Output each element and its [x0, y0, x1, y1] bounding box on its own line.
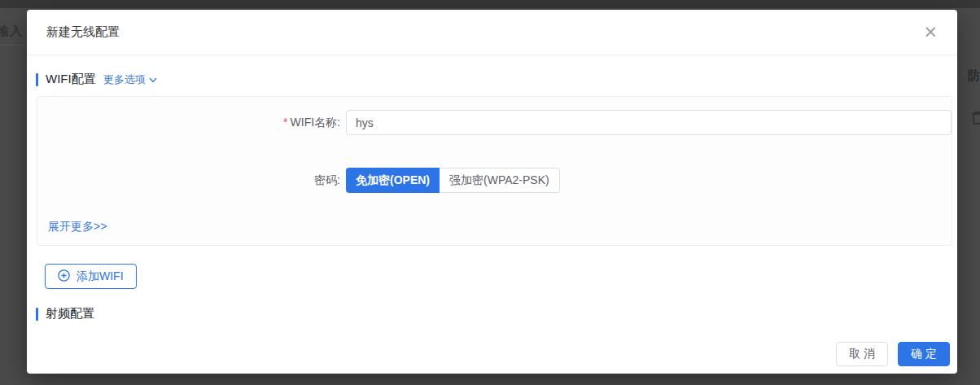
chevron-down-icon [149, 73, 157, 85]
more-options-link[interactable]: 更多选项 [103, 72, 157, 87]
expand-more-link[interactable]: 展开更多>> [48, 220, 107, 234]
wifi-config-section-header: WIFI配置 更多选项 [36, 72, 952, 87]
password-mode-toggle: 免加密(OPEN) 强加密(WPA2-PSK) [346, 168, 560, 193]
wifi-config-panel: *WIFI名称: 密码: 免加密(OPEN) 强加密(WPA2-PSK) 展开更… [37, 96, 952, 246]
password-option-open[interactable]: 免加密(OPEN) [346, 168, 440, 193]
wifi-name-row: *WIFI名称: [37, 110, 952, 135]
section-accent-bar [36, 73, 38, 86]
plus-circle-icon [58, 269, 70, 284]
password-label: 密码: [37, 173, 346, 188]
confirm-button[interactable]: 确 定 [898, 342, 950, 366]
wifi-config-section-title: WIFI配置 [46, 72, 96, 87]
section-accent-bar [36, 308, 38, 321]
wifi-name-input[interactable] [346, 110, 952, 135]
add-wifi-label: 添加WIFI [77, 269, 124, 284]
background-topbar [0, 0, 980, 8]
radio-config-section-header: 射频配置 [36, 306, 952, 322]
cancel-button[interactable]: 取 消 [836, 342, 888, 366]
dialog-title: 新建无线配置 [46, 24, 120, 40]
new-wireless-config-dialog: 新建无线配置 × WIFI配置 更多选项 [27, 10, 957, 374]
wifi-name-label: *WIFI名称: [37, 116, 346, 130]
trash-icon [971, 111, 980, 128]
background-partial-text-right: 防 [968, 68, 980, 84]
background-partial-text-left: 输入 [0, 24, 26, 39]
password-option-wpa2[interactable]: 强加密(WPA2-PSK) [440, 168, 560, 193]
more-options-label: 更多选项 [103, 72, 146, 87]
dialog-body: WIFI配置 更多选项 *WIFI名称: [27, 55, 957, 322]
radio-config-section-title: 射频配置 [46, 306, 94, 322]
screen: 输入 防 新建无线配置 × WIFI配置 更多选项 [0, 0, 980, 385]
required-asterisk: * [283, 116, 287, 129]
dialog-footer: 取 消 确 定 [836, 342, 950, 366]
dialog-header: 新建无线配置 × [27, 10, 957, 55]
close-icon[interactable]: × [920, 22, 941, 42]
background-divider [0, 45, 27, 46]
add-wifi-button[interactable]: 添加WIFI [45, 264, 137, 289]
password-row: 密码: 免加密(OPEN) 强加密(WPA2-PSK) [37, 168, 952, 193]
